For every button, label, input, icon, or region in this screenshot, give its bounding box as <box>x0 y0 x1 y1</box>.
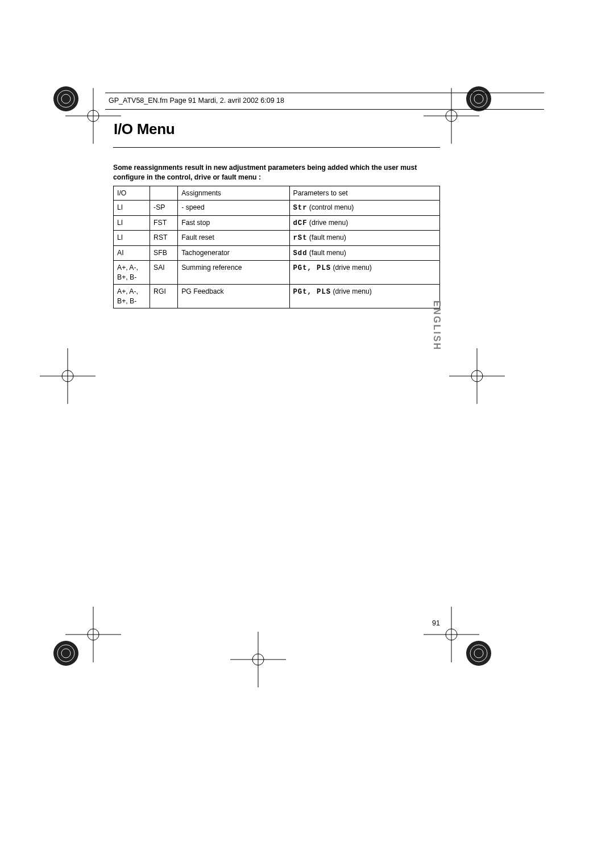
seg-code: Sdd <box>293 249 308 257</box>
cell-asg: Fault reset <box>178 231 289 245</box>
menu-tail: (drive menu) <box>307 219 348 227</box>
menu-tail: (drive menu) <box>331 287 372 295</box>
svg-point-5 <box>446 110 457 122</box>
svg-point-32 <box>474 649 483 658</box>
table-row: LI RST Fault reset rSt (fault menu) <box>114 231 440 245</box>
svg-point-30 <box>466 641 491 666</box>
svg-point-22 <box>57 90 74 107</box>
cell-par: dCF (drive menu) <box>289 215 439 230</box>
seg-code: PGt, PLS <box>293 288 331 296</box>
menu-tail: (control menu) <box>307 203 354 211</box>
seg-code: PGt, PLS <box>293 264 331 272</box>
cell-par: Str (control menu) <box>289 201 439 215</box>
cell-cd: FST <box>150 215 178 230</box>
menu-tail: (drive menu) <box>331 264 372 272</box>
svg-point-2 <box>88 110 99 122</box>
cell-cd: RST <box>150 231 178 245</box>
cell-io: LI <box>114 215 150 230</box>
svg-point-14 <box>88 629 99 640</box>
svg-point-8 <box>62 370 73 382</box>
cell-cd: -SP <box>150 201 178 215</box>
regmark-bot-center <box>230 632 286 687</box>
header-text: GP_ATV58_EN.fm Page 91 Mardi, 2. avril 2… <box>109 97 284 105</box>
cell-io: AI <box>114 245 150 260</box>
regmark-mid-right <box>449 348 505 404</box>
page-header: GP_ATV58_EN.fm Page 91 Mardi, 2. avril 2… <box>105 93 544 110</box>
table-row: A+, A-, B+, B- RGI PG Feedback PGt, PLS … <box>114 285 440 308</box>
page-title: I/O Menu <box>114 120 175 138</box>
corner-gear-topleft <box>52 85 80 112</box>
cell-asg: Tachogenerator <box>178 245 289 260</box>
th-assignments: Assignments <box>178 186 289 201</box>
table-header-row: I/O Assignments Parameters to set <box>114 186 440 201</box>
svg-point-21 <box>53 86 78 111</box>
cell-io: LI <box>114 231 150 245</box>
corner-gear-botright <box>465 640 492 667</box>
seg-code: rSt <box>293 234 308 242</box>
th-code <box>150 186 178 201</box>
cell-io: LI <box>114 201 150 215</box>
table-row: A+, A-, B+, B- SAI Summing reference PGt… <box>114 261 440 285</box>
table-row: AI SFB Tachogenerator Sdd (fault menu) <box>114 245 440 260</box>
table-row: LI FST Fast stop dCF (drive menu) <box>114 215 440 230</box>
cell-asg: - speed <box>178 201 289 215</box>
cell-cd: RGI <box>150 285 178 308</box>
cell-par: PGt, PLS (drive menu) <box>289 285 439 308</box>
svg-point-28 <box>57 645 74 662</box>
cell-cd: SFB <box>150 245 178 260</box>
regmark-bot-right <box>424 607 479 662</box>
seg-code: dCF <box>293 219 308 227</box>
menu-tail: (fault menu) <box>307 249 346 257</box>
svg-point-11 <box>471 370 483 382</box>
seg-code: Str <box>293 204 308 212</box>
svg-point-29 <box>61 649 70 658</box>
th-io: I/O <box>114 186 150 201</box>
regmark-mid-left <box>40 348 96 404</box>
cell-asg: Fast stop <box>178 215 289 230</box>
cell-io: A+, A-, B+, B- <box>114 285 150 308</box>
cell-par: rSt (fault menu) <box>289 231 439 245</box>
cell-io: A+, A-, B+, B- <box>114 261 150 285</box>
title-rule <box>113 147 440 148</box>
corner-gear-botleft <box>52 640 80 667</box>
svg-point-23 <box>61 94 70 103</box>
menu-tail: (fault menu) <box>307 233 346 241</box>
th-parameters: Parameters to set <box>289 186 439 201</box>
table-row: LI -SP - speed Str (control menu) <box>114 201 440 215</box>
io-table: I/O Assignments Parameters to set LI -SP… <box>113 186 440 308</box>
cell-cd: SAI <box>150 261 178 285</box>
cell-asg: PG Feedback <box>178 285 289 308</box>
cell-par: Sdd (fault menu) <box>289 245 439 260</box>
page-number: 91 <box>432 619 440 627</box>
intro-text: Some reassignments result in new adjustm… <box>113 163 440 182</box>
language-tab: ENGLISH <box>432 301 442 351</box>
cell-par: PGt, PLS (drive menu) <box>289 261 439 285</box>
regmark-bot-left <box>65 607 121 662</box>
svg-point-27 <box>53 641 78 666</box>
svg-point-17 <box>252 654 264 665</box>
svg-point-31 <box>470 645 487 662</box>
svg-point-20 <box>446 629 457 640</box>
cell-asg: Summing reference <box>178 261 289 285</box>
